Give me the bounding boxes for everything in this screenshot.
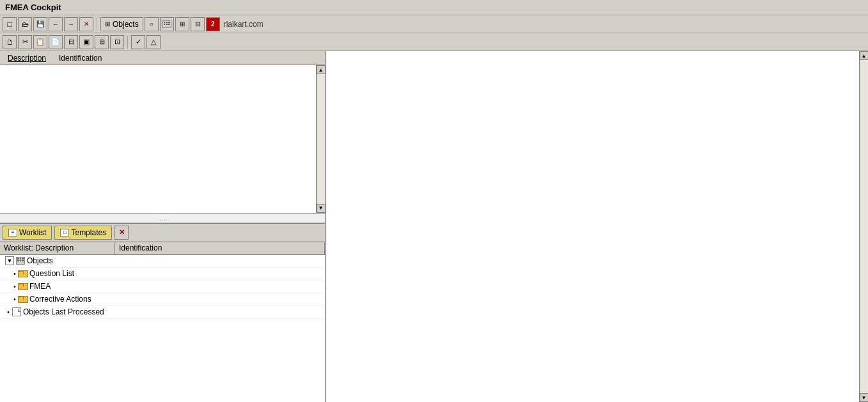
tree-node-fmea[interactable]: • FMEA <box>0 281 325 293</box>
tb2-paste-button[interactable]: 📄 <box>49 35 63 49</box>
worklist-id-header: Identification <box>115 242 325 254</box>
save-button[interactable]: 💾 <box>33 17 47 31</box>
objects-last-processed-label: Objects Last Processed <box>23 307 104 316</box>
tab-identification[interactable]: Identification <box>54 53 107 63</box>
right-scroll-track <box>860 60 868 393</box>
right-panel: ▲ ▼ <box>326 51 868 402</box>
cancel-button[interactable]: ✕ <box>79 17 93 31</box>
tab-description[interactable]: Description <box>3 53 51 63</box>
objects-expander[interactable]: ▼ <box>5 256 14 265</box>
corrective-actions-folder-icon <box>18 295 28 304</box>
toolbar-row1: □ 🗁 💾 ← → ✕ ⊞ Objects ○ ⊞ ⊟ 2 rialkart.c… <box>0 15 868 33</box>
question-list-folder-icon <box>18 269 28 278</box>
worklist-desc-header: Worklist: Description <box>0 242 115 254</box>
worklist-icon: ≡ <box>8 229 17 236</box>
text-area-section: ▲ ▼ <box>0 65 325 213</box>
tb2-btn8[interactable]: ⊡ <box>110 35 124 49</box>
main-content: Description Identification ▲ ▼ ..... ≡ W… <box>0 51 868 402</box>
objects-label: Objects <box>27 256 53 265</box>
sep2 <box>127 36 128 49</box>
bottom-toolbar: ≡ Worklist □ Templates ✕ <box>0 223 325 242</box>
tb1-btn10[interactable]: ⊟ <box>191 17 205 31</box>
question-list-bullet: • <box>12 270 18 277</box>
tb1-btn11[interactable]: 2 <box>206 17 220 31</box>
back-button[interactable]: ← <box>49 17 63 31</box>
vertical-scrollbar[interactable]: ▲ ▼ <box>316 65 325 213</box>
tb2-btn6[interactable]: ▣ <box>79 35 93 49</box>
app-title: FMEA Cockpit <box>5 3 61 12</box>
right-scroll-down[interactable]: ▼ <box>860 393 869 402</box>
tb2-new-button[interactable]: 🗋 <box>3 35 17 49</box>
tb1-btn9[interactable]: ⊞ <box>175 17 189 31</box>
close-panel-button[interactable]: ✕ <box>114 226 129 240</box>
tb1-btn7[interactable]: ○ <box>145 17 159 31</box>
templates-icon: □ <box>60 229 69 236</box>
description-textarea[interactable] <box>0 65 316 213</box>
open-button[interactable]: 🗁 <box>18 17 32 31</box>
tb2-delta-button[interactable]: △ <box>146 35 161 49</box>
objects-grid-icon <box>15 256 26 265</box>
title-bar: FMEA Cockpit <box>0 0 868 15</box>
tb1-btn8[interactable] <box>160 17 174 31</box>
olp-bullet: • <box>5 309 12 316</box>
corrective-actions-label: Corrective Actions <box>29 295 91 304</box>
tb2-check-button[interactable]: ✓ <box>131 35 145 49</box>
worklist-header: Worklist: Description Identification <box>0 242 325 255</box>
tb2-cut-button[interactable]: ✂ <box>18 35 32 49</box>
worklist-tab-button[interactable]: ≡ Worklist <box>3 226 52 240</box>
tree-node-corrective-actions[interactable]: • Corrective Actions <box>0 293 325 306</box>
scroll-up-arrow[interactable]: ▲ <box>317 65 326 74</box>
tree-node-objects[interactable]: ▼ Objects <box>0 255 325 268</box>
right-scrollbar[interactable]: ▲ ▼ <box>859 51 868 402</box>
watermark-text: rialkart.com <box>224 20 264 29</box>
tb2-copy-button[interactable]: 📋 <box>33 35 47 49</box>
fmea-folder-icon <box>18 282 28 291</box>
scroll-track <box>317 74 325 204</box>
objects-icon: ⊞ <box>105 20 110 27</box>
scroll-down-arrow[interactable]: ▼ <box>317 204 326 213</box>
dotted-divider: ..... <box>0 213 325 223</box>
tree-area: ▼ Objects • Question List <box>0 255 325 403</box>
new-button[interactable]: □ <box>3 17 17 31</box>
right-scroll-up[interactable]: ▲ <box>860 51 869 60</box>
header-tabs: Description Identification <box>0 51 325 65</box>
left-panel: Description Identification ▲ ▼ ..... ≡ W… <box>0 51 326 402</box>
tree-node-objects-last-processed[interactable]: • Objects Last Processed <box>0 306 325 319</box>
toolbar-row2: 🗋 ✂ 📋 📄 ⊟ ▣ ⊞ ⊡ ✓ △ <box>0 33 868 51</box>
tree-node-question-list[interactable]: • Question List <box>0 268 325 281</box>
tb2-btn7[interactable]: ⊞ <box>95 35 109 49</box>
fmea-label: FMEA <box>29 282 51 291</box>
corrective-actions-bullet: • <box>12 296 18 303</box>
forward-button[interactable]: → <box>64 17 78 31</box>
fmea-bullet: • <box>12 283 18 290</box>
grid-icon <box>162 20 171 28</box>
olp-page-icon <box>12 307 22 316</box>
question-list-label: Question List <box>29 269 74 278</box>
tb2-btn5[interactable]: ⊟ <box>64 35 78 49</box>
sep1 <box>97 18 97 31</box>
templates-tab-button[interactable]: □ Templates <box>54 226 112 240</box>
objects-button[interactable]: ⊞ Objects <box>100 17 143 31</box>
